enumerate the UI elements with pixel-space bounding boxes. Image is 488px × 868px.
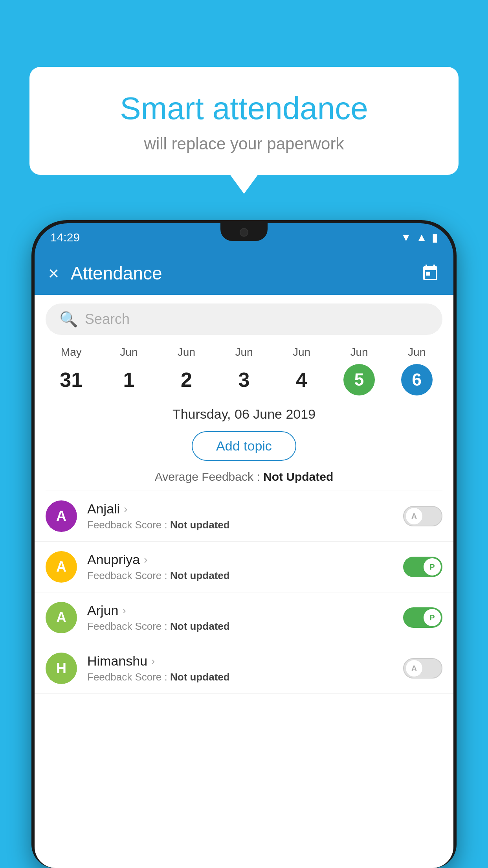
battery-icon: ▮ — [432, 231, 438, 244]
status-icons: ▼ ▲ ▮ — [401, 231, 438, 244]
chevron-right-icon: › — [124, 503, 127, 515]
speech-bubble-container: Smart attendance will replace your paper… — [29, 67, 459, 175]
toggle-knob: P — [424, 558, 441, 576]
phone-frame: 14:29 ▼ ▲ ▮ × Attendance 🔍 Search — [31, 220, 457, 868]
student-feedback: Feedback Score : Not updated — [87, 620, 403, 633]
calendar-day[interactable]: Jun3 — [228, 346, 260, 395]
calendar-day[interactable]: May31 — [55, 346, 87, 395]
cal-month-label: Jun — [350, 346, 368, 359]
student-feedback: Feedback Score : Not updated — [87, 671, 403, 683]
calendar-strip: May31Jun1Jun2Jun3Jun4Jun5Jun6 — [35, 335, 453, 395]
student-avatar: H — [46, 653, 77, 684]
cal-day-num[interactable]: 3 — [228, 364, 260, 395]
attendance-toggle[interactable]: P — [403, 557, 442, 577]
student-avatar: A — [46, 551, 77, 583]
cal-month-label: May — [61, 346, 82, 359]
student-name[interactable]: Arjun› — [87, 603, 403, 618]
calendar-day[interactable]: Jun2 — [171, 346, 202, 395]
calendar-day[interactable]: Jun6 — [401, 346, 433, 395]
cal-day-num[interactable]: 4 — [286, 364, 317, 395]
student-name-text: Anjali — [87, 501, 120, 517]
status-bar: 14:29 ▼ ▲ ▮ — [35, 223, 453, 252]
search-bar[interactable]: 🔍 Search — [46, 303, 442, 335]
screen-content: 🔍 Search May31Jun1Jun2Jun3Jun4Jun5Jun6 T… — [35, 295, 453, 868]
avg-feedback: Average Feedback : Not Updated — [35, 470, 453, 484]
student-feedback: Feedback Score : Not updated — [87, 519, 403, 531]
toggle-knob: A — [405, 508, 423, 525]
student-avatar: A — [46, 500, 77, 532]
student-feedback-value: Not updated — [170, 671, 230, 683]
phone-notch — [220, 223, 268, 241]
add-topic-button[interactable]: Add topic — [192, 431, 296, 461]
student-feedback: Feedback Score : Not updated — [87, 570, 403, 582]
student-item: AAnupriya›Feedback Score : Not updatedP — [35, 542, 453, 592]
attendance-toggle[interactable]: A — [403, 658, 442, 679]
student-info: Arjun›Feedback Score : Not updated — [87, 603, 403, 633]
wifi-icon: ▼ — [401, 231, 412, 244]
chevron-right-icon: › — [151, 655, 155, 668]
student-name-text: Anupriya — [87, 552, 140, 567]
student-list: AAnjali›Feedback Score : Not updatedAAAn… — [35, 491, 453, 694]
cal-day-num[interactable]: 2 — [171, 364, 202, 395]
app-bar: × Attendance — [35, 252, 453, 295]
calendar-day[interactable]: Jun4 — [286, 346, 317, 395]
student-item: AAnjali›Feedback Score : Not updatedA — [35, 491, 453, 542]
student-info: Himanshu›Feedback Score : Not updated — [87, 653, 403, 683]
chevron-right-icon: › — [144, 554, 147, 566]
toggle-switch[interactable]: P — [403, 557, 442, 577]
cal-month-label: Jun — [293, 346, 310, 359]
calendar-day[interactable]: Jun1 — [113, 346, 145, 395]
avg-feedback-label: Average Feedback : — [155, 470, 260, 483]
student-item: AArjun›Feedback Score : Not updatedP — [35, 592, 453, 643]
cal-day-num[interactable]: 1 — [113, 364, 145, 395]
student-info: Anjali›Feedback Score : Not updated — [87, 501, 403, 531]
cal-day-num[interactable]: 31 — [55, 364, 87, 395]
toggle-switch[interactable]: A — [403, 658, 442, 679]
bubble-subtitle: will replace your paperwork — [53, 134, 435, 153]
phone-inner: 14:29 ▼ ▲ ▮ × Attendance 🔍 Search — [35, 223, 453, 868]
student-info: Anupriya›Feedback Score : Not updated — [87, 552, 403, 582]
signal-icon: ▲ — [416, 231, 427, 244]
cal-day-num[interactable]: 5 — [343, 364, 375, 395]
status-time: 14:29 — [50, 231, 80, 244]
cal-month-label: Jun — [178, 346, 195, 359]
toggle-knob: A — [405, 660, 423, 677]
app-title: Attendance — [71, 263, 409, 284]
student-item: HHimanshu›Feedback Score : Not updatedA — [35, 643, 453, 694]
cal-month-label: Jun — [120, 346, 138, 359]
student-name-text: Himanshu — [87, 653, 147, 669]
toggle-switch[interactable]: P — [403, 607, 442, 628]
search-icon: 🔍 — [59, 311, 78, 328]
toggle-knob: P — [424, 609, 441, 626]
student-name[interactable]: Anupriya› — [87, 552, 403, 567]
attendance-toggle[interactable]: P — [403, 607, 442, 628]
cal-day-num[interactable]: 6 — [401, 364, 433, 395]
calendar-day[interactable]: Jun5 — [343, 346, 375, 395]
student-name[interactable]: Himanshu› — [87, 653, 403, 669]
camera — [240, 228, 248, 237]
cal-month-label: Jun — [408, 346, 426, 359]
cal-month-label: Jun — [235, 346, 253, 359]
student-name[interactable]: Anjali› — [87, 501, 403, 517]
student-feedback-value: Not updated — [170, 519, 230, 531]
calendar-icon[interactable] — [421, 264, 440, 283]
search-placeholder: Search — [85, 311, 130, 327]
student-name-text: Arjun — [87, 603, 118, 618]
attendance-toggle[interactable]: A — [403, 506, 442, 526]
speech-bubble: Smart attendance will replace your paper… — [29, 67, 459, 175]
toggle-switch[interactable]: A — [403, 506, 442, 526]
student-avatar: A — [46, 602, 77, 633]
avg-feedback-value: Not Updated — [263, 470, 333, 483]
chevron-right-icon: › — [122, 604, 126, 617]
student-feedback-value: Not updated — [170, 570, 230, 581]
student-feedback-value: Not updated — [170, 620, 230, 632]
bubble-title: Smart attendance — [53, 90, 435, 127]
close-button[interactable]: × — [48, 263, 59, 284]
date-display: Thursday, 06 June 2019 — [35, 406, 453, 422]
